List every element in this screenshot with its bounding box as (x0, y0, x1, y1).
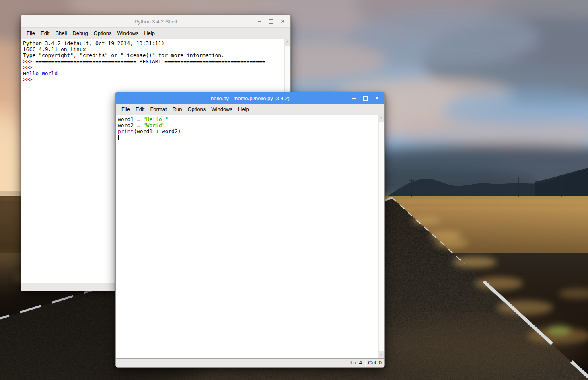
menu-item-help[interactable]: Help (236, 105, 251, 113)
line-indicator: Ln: 4 (347, 359, 365, 367)
maximize-icon (363, 96, 368, 101)
scrollbar-thumb[interactable] (379, 122, 384, 351)
menu-item-options[interactable]: Options (91, 29, 114, 37)
close-icon: ✕ (375, 96, 379, 101)
menu-bar: FileEditFormatRunOptionsWindowsHelp (116, 104, 384, 115)
titlebar[interactable]: hello.py - /home/pi/hello.py (3.4.2) ✕ (116, 92, 384, 104)
menu-item-file[interactable]: File (24, 29, 37, 37)
menu-item-windows[interactable]: Windows (209, 105, 235, 113)
menu-item-format[interactable]: Format (148, 105, 169, 113)
status-bar: Ln: 4 Col: 0 (116, 358, 384, 367)
window-title: hello.py - /home/pi/hello.py (3.4.2) (211, 95, 290, 101)
text-cursor (118, 135, 119, 140)
menu-item-run[interactable]: Run (170, 105, 185, 113)
minimize-icon (258, 21, 261, 22)
menu-item-edit[interactable]: Edit (38, 29, 52, 37)
close-icon: ✕ (281, 19, 285, 24)
maximize-button[interactable] (362, 95, 368, 101)
menu-item-help[interactable]: Help (142, 29, 157, 37)
close-button[interactable]: ✕ (280, 18, 286, 24)
code-editor-area[interactable]: word1 = "Hello "word2 = "World"print(wor… (116, 115, 378, 358)
vertical-scrollbar[interactable]: △ ▽ (378, 115, 384, 358)
desktop: Python 3.4.2 Shell ✕ FileEditShellDebugO… (0, 0, 588, 380)
menu-item-options[interactable]: Options (185, 105, 208, 113)
scroll-up-arrow-icon[interactable]: △ (284, 39, 290, 45)
minimize-button[interactable] (351, 95, 356, 101)
window-title: Python 3.4.2 Shell (134, 18, 177, 25)
maximize-button[interactable] (268, 18, 274, 24)
column-indicator: Col: 0 (365, 359, 384, 367)
menu-item-edit[interactable]: Edit (133, 105, 147, 113)
maximize-icon (269, 19, 273, 24)
close-button[interactable]: ✕ (374, 95, 380, 101)
menu-item-file[interactable]: File (119, 105, 132, 113)
scroll-up-arrow-icon[interactable]: △ (378, 115, 384, 121)
menu-item-debug[interactable]: Debug (70, 29, 90, 37)
editor-window: hello.py - /home/pi/hello.py (3.4.2) ✕ F… (115, 92, 385, 368)
menu-item-windows[interactable]: Windows (115, 29, 141, 37)
titlebar[interactable]: Python 3.4.2 Shell ✕ (21, 15, 290, 28)
minimize-button[interactable] (257, 18, 262, 24)
scrollbar-track[interactable] (378, 121, 384, 352)
minimize-icon (352, 98, 356, 99)
scroll-down-arrow-icon[interactable]: ▽ (378, 352, 384, 358)
menu-item-shell[interactable]: Shell (53, 29, 69, 37)
menu-bar: FileEditShellDebugOptionsWindowsHelp (21, 28, 290, 39)
